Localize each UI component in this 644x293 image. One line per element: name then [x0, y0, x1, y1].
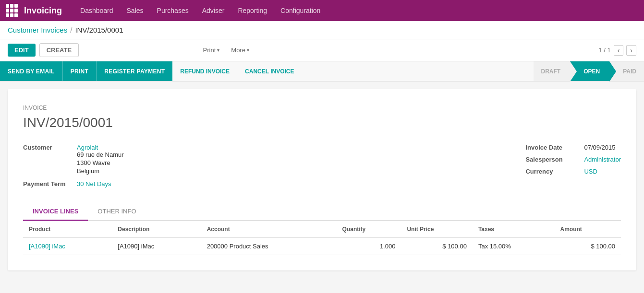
tab-other-info[interactable]: OTHER INFO [88, 203, 146, 221]
col-description: Description [112, 221, 201, 238]
cell-quantity: 1.000 [337, 238, 401, 255]
status-steps: DRAFT OPEN PAID [534, 61, 644, 81]
nav-adviser[interactable]: Adviser [195, 0, 231, 21]
col-taxes: Taxes [473, 221, 555, 238]
left-fields: Customer Agrolait 69 rue de Namur 1300 W… [23, 144, 124, 188]
col-product: Product [23, 221, 112, 238]
breadcrumb-parent[interactable]: Customer Invoices [8, 26, 67, 34]
register-payment-button[interactable]: REGISTER PAYMENT [96, 61, 172, 81]
salesperson-label: Salesperson [525, 156, 578, 163]
address-line3: Belgium [77, 167, 124, 175]
table-header-row: Product Description Account Quantity Uni… [23, 221, 621, 238]
salesperson-row: Salesperson Administrator [525, 156, 621, 163]
app-grid-icon[interactable] [6, 4, 19, 17]
invoice-date-value: 07/09/2015 [584, 144, 615, 151]
nav-dashboard[interactable]: Dashboard [73, 0, 120, 21]
invoice-lines-table: Product Description Account Quantity Uni… [23, 221, 621, 255]
print-button[interactable]: Print ▾ [199, 44, 224, 57]
pagination-next[interactable]: › [626, 45, 636, 56]
customer-value[interactable]: Agrolait [77, 144, 98, 151]
invoice-date-row: Invoice Date 07/09/2015 [525, 144, 621, 151]
payment-term-label: Payment Term [23, 180, 71, 188]
refund-invoice-button[interactable]: REFUND INVOICE [172, 61, 237, 81]
tab-invoice-lines[interactable]: INVOICE LINES [23, 203, 88, 221]
print-caret: ▾ [217, 47, 219, 53]
cancel-invoice-button[interactable]: CANCEL INVOICE [237, 61, 302, 81]
address-block: 69 rue de Namur 1300 Wavre Belgium [23, 151, 124, 175]
table-row[interactable]: [A1090] iMac [A1090] iMac 200000 Product… [23, 238, 621, 255]
currency-row: Currency USD [525, 168, 621, 175]
currency-value[interactable]: USD [584, 168, 597, 175]
cell-description: [A1090] iMac [112, 238, 201, 255]
col-unit-price: Unit Price [401, 221, 472, 238]
action-bar: EDIT CREATE Print ▾ More ▾ 1 / 1 ‹ › [0, 39, 644, 61]
pagination-prev[interactable]: ‹ [614, 45, 624, 56]
col-account: Account [201, 221, 337, 238]
invoice-fields: Customer Agrolait 69 rue de Namur 1300 W… [23, 144, 621, 188]
cell-account: 200000 Product Sales [201, 238, 337, 255]
status-draft: DRAFT [534, 61, 571, 81]
invoice-label: Invoice [23, 105, 621, 111]
cell-product[interactable]: [A1090] iMac [23, 238, 112, 255]
col-amount: Amount [555, 221, 621, 238]
invoice-card: Invoice INV/2015/0001 Customer Agrolait … [8, 89, 636, 270]
cell-amount: $ 100.00 [555, 238, 621, 255]
breadcrumb: Customer Invoices / INV/2015/0001 [0, 21, 644, 39]
nav-purchases[interactable]: Purchases [150, 0, 195, 21]
breadcrumb-separator: / [70, 26, 72, 34]
customer-label: Customer [23, 144, 71, 151]
nav-configuration[interactable]: Configuration [274, 0, 327, 21]
nav-sales[interactable]: Sales [120, 0, 150, 21]
top-navigation: Invoicing Dashboard Sales Purchases Advi… [0, 0, 644, 21]
app-name: Invoicing [24, 6, 62, 16]
status-bar: SEND BY EMAIL PRINT REGISTER PAYMENT REF… [0, 61, 644, 82]
invoice-number: INV/2015/0001 [23, 115, 621, 130]
customer-row: Customer Agrolait [23, 144, 124, 151]
create-button[interactable]: CREATE [39, 43, 79, 57]
nav-reporting[interactable]: Reporting [231, 0, 274, 21]
invoice-date-label: Invoice Date [525, 144, 578, 151]
pagination: 1 / 1 ‹ › [598, 45, 636, 56]
salesperson-value[interactable]: Administrator [584, 156, 621, 163]
right-fields: Invoice Date 07/09/2015 Salesperson Admi… [525, 144, 621, 188]
invoice-tabs: INVOICE LINES OTHER INFO [23, 203, 621, 221]
breadcrumb-current: INV/2015/0001 [75, 26, 123, 34]
address-line2: 1300 Wavre [77, 159, 124, 166]
payment-term-value[interactable]: 30 Net Days [77, 180, 111, 188]
more-caret: ▾ [247, 47, 249, 53]
print-button-status[interactable]: PRINT [62, 61, 97, 81]
edit-button[interactable]: EDIT [8, 44, 36, 57]
cell-unit-price: $ 100.00 [401, 238, 472, 255]
more-button[interactable]: More ▾ [227, 44, 253, 57]
pagination-count: 1 / 1 [598, 47, 610, 54]
payment-term-row: Payment Term 30 Net Days [23, 180, 124, 188]
cell-taxes: Tax 15.00% [473, 238, 555, 255]
address-line1: 69 rue de Namur [77, 151, 124, 158]
send-email-button[interactable]: SEND BY EMAIL [0, 61, 62, 81]
col-quantity: Quantity [337, 221, 401, 238]
currency-label: Currency [525, 168, 578, 175]
